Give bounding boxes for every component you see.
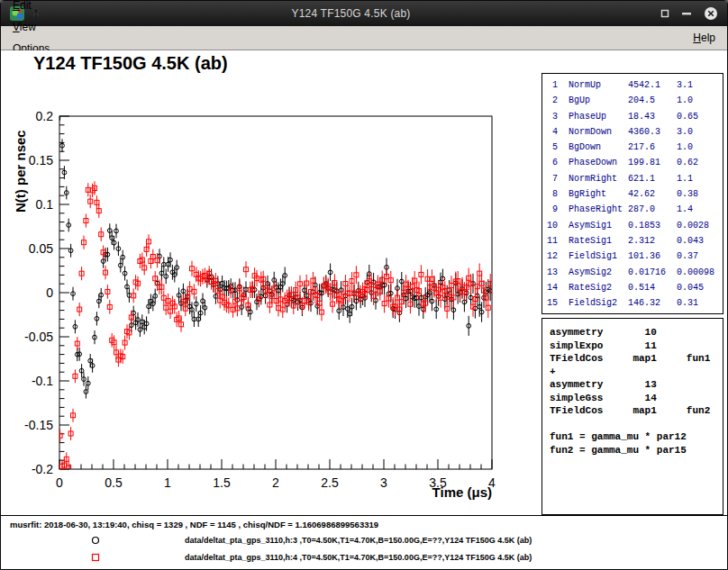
svg-text:3: 3 bbox=[380, 475, 387, 490]
theory-line: simpleGss 14 bbox=[550, 392, 723, 405]
fit-parameters-rows: 1 NormUp 4542.1 3.1 2 BgUp 204.5 1.0 3 P… bbox=[547, 77, 723, 311]
svg-text:-0.15: -0.15 bbox=[24, 418, 53, 432]
svg-text:-0.05: -0.05 bbox=[24, 330, 53, 344]
legend-label: data/deltat_pta_gps_3110,h:3 ,T0=4.50K,T… bbox=[185, 536, 532, 545]
theory-line: asymmetry 13 bbox=[550, 378, 723, 392]
param-row-normup: 1 NormUp 4542.1 3.1 bbox=[547, 77, 723, 93]
y-axis-title: N(t) per nsec bbox=[13, 130, 28, 213]
param-row-asymsig2: 13 AsymSig2 0.01716 0.00098 bbox=[547, 265, 723, 280]
theory-line: + bbox=[550, 366, 723, 379]
theory-line: simplExpo 11 bbox=[550, 339, 723, 353]
param-row-fieldsig2: 15 FieldSig2 146.32 0.31 bbox=[547, 295, 723, 311]
svg-text:0.2: 0.2 bbox=[36, 109, 54, 123]
series-2-points[interactable] bbox=[58, 181, 493, 474]
param-row-normdown: 4 NormDown 4360.3 3.0 bbox=[547, 124, 723, 140]
theory-line: fun1 = gamma_mu * par12 bbox=[550, 430, 723, 444]
menu-bar: FileEditViewOptionsToolsMusrfit Help bbox=[1, 26, 727, 50]
svg-text:2.5: 2.5 bbox=[321, 475, 339, 490]
close-button[interactable] bbox=[704, 6, 718, 21]
legend: data/deltat_pta_gps_3110,h:3 ,T0=4.50K,T… bbox=[1, 531, 727, 565]
title-bar: Y124 TF150G 4.5K (ab) bbox=[1, 1, 727, 26]
svg-text:1: 1 bbox=[164, 475, 171, 490]
legend-marker-circle-icon bbox=[90, 535, 101, 546]
footer-divider bbox=[1, 515, 727, 516]
svg-text:2: 2 bbox=[272, 475, 279, 490]
legend-marker-square-icon bbox=[90, 552, 101, 563]
title-bar-right bbox=[660, 6, 718, 21]
menu-item-view[interactable]: View bbox=[5, 16, 58, 38]
theory-line: TFieldCos map1 fun1 bbox=[550, 352, 723, 366]
svg-text:1.5: 1.5 bbox=[213, 475, 231, 490]
theory-panel: asymmetry 10simplExpo 11TFieldCos map1 f… bbox=[541, 318, 723, 515]
param-row-normright: 7 NormRight 621.1 1.1 bbox=[547, 171, 723, 186]
window-title: Y124 TF150G 4.5K (ab) bbox=[41, 7, 660, 20]
svg-text:0.1: 0.1 bbox=[36, 197, 54, 212]
menu-item-help[interactable]: Help bbox=[685, 27, 723, 49]
param-row-ratesig1: 11 RateSig1 2.312 0.043 bbox=[547, 233, 723, 249]
svg-text:0.5: 0.5 bbox=[105, 475, 123, 490]
svg-text:0.15: 0.15 bbox=[29, 153, 53, 167]
menu-item-edit[interactable]: Edit bbox=[5, 0, 58, 16]
param-row-bgright: 8 BgRight 42.62 0.38 bbox=[547, 186, 723, 202]
svg-text:0: 0 bbox=[56, 475, 63, 490]
theory-line: asymmetry 10 bbox=[550, 326, 723, 339]
param-row-bgdown: 5 BgDown 217.6 1.0 bbox=[547, 140, 723, 155]
x-axis-title: Time (μs) bbox=[432, 484, 492, 500]
param-row-phaseright: 9 PhaseRight 287.0 1.4 bbox=[547, 202, 723, 217]
param-row-bgup: 2 BgUp 204.5 1.0 bbox=[547, 93, 723, 108]
param-row-phaseup: 3 PhaseUp 18.43 0.65 bbox=[547, 109, 723, 124]
theory-line: fun2 = gamma_mu * par15 bbox=[550, 444, 723, 457]
legend-entry-2[interactable]: data/deltat_pta_gps_3110,h:4 ,T0=4.50K,T… bbox=[1, 548, 727, 565]
menu-right: Help bbox=[685, 27, 723, 49]
theory-line: TFieldCos map1 fun2 bbox=[550, 404, 723, 418]
svg-text:0.05: 0.05 bbox=[29, 241, 53, 256]
shade-button[interactable] bbox=[660, 9, 669, 18]
fit-status-line: musrfit: 2018-06-30, 13:19:40, chisq = 1… bbox=[10, 520, 378, 529]
param-row-fieldsig1: 12 FieldSig1 101.36 0.37 bbox=[547, 249, 723, 264]
param-row-ratesig2: 14 RateSig2 0.514 0.045 bbox=[547, 280, 723, 295]
legend-label: data/deltat_pta_gps_3110,h:4 ,T0=4.50K,T… bbox=[185, 553, 532, 562]
legend-entry-1[interactable]: data/deltat_pta_gps_3110,h:3 ,T0=4.50K,T… bbox=[1, 531, 727, 548]
theory-line bbox=[550, 418, 723, 431]
param-row-asymsig1: 10 AsymSig1 0.1853 0.0028 bbox=[547, 218, 723, 233]
app-window: Y124 TF150G 4.5K (ab) FileEditViewOption… bbox=[0, 0, 728, 570]
minimize-button[interactable] bbox=[681, 9, 692, 18]
root-canvas[interactable]: Y124 TF150G 4.5K (ab) 00.511.522.533.54-… bbox=[1, 50, 727, 569]
param-row-phasedown: 6 PhaseDown 199.81 0.62 bbox=[547, 155, 723, 170]
svg-text:0: 0 bbox=[46, 285, 53, 300]
fit-parameters-panel: 1 NormUp 4542.1 3.1 2 BgUp 204.5 1.0 3 P… bbox=[541, 73, 723, 314]
svg-text:-0.2: -0.2 bbox=[32, 462, 53, 476]
svg-text:-0.1: -0.1 bbox=[32, 374, 53, 388]
